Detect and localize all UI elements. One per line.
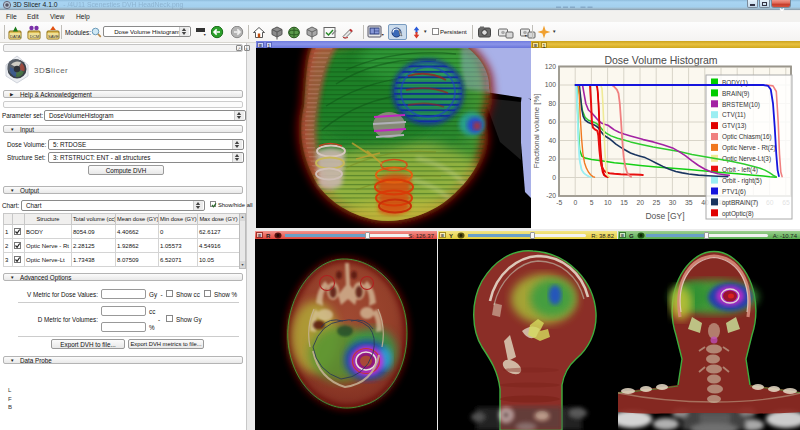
svg-text:15: 15 xyxy=(620,199,628,206)
svg-text:20: 20 xyxy=(548,155,556,162)
svg-text:60: 60 xyxy=(548,118,556,125)
svg-text:optBRAIN(7): optBRAIN(7) xyxy=(722,199,758,207)
svg-text:-20: -20 xyxy=(546,192,556,199)
svg-text:-5: -5 xyxy=(556,199,562,206)
svg-text:DCM: DCM xyxy=(30,34,40,39)
svg-text:Optic Nerve-Lt(3): Optic Nerve-Lt(3) xyxy=(722,155,771,163)
svg-text:PTV1(6): PTV1(6) xyxy=(722,188,746,196)
svg-text:Optic Nerve - Rt(2): Optic Nerve - Rt(2) xyxy=(722,144,776,152)
svg-text:CTV(11): CTV(11) xyxy=(722,111,746,119)
svg-text:GTV(13): GTV(13) xyxy=(722,122,747,130)
svg-text:10: 10 xyxy=(604,199,612,206)
svg-text:Fractional volume [%]: Fractional volume [%] xyxy=(532,94,541,169)
svg-text:25: 25 xyxy=(653,199,661,206)
svg-text:20: 20 xyxy=(636,199,644,206)
svg-text:SAVE: SAVE xyxy=(48,34,59,39)
svg-text:0: 0 xyxy=(574,199,578,206)
svg-text:0: 0 xyxy=(552,174,556,181)
svg-text:5: 5 xyxy=(590,199,594,206)
svg-text:80: 80 xyxy=(548,100,556,107)
svg-text:Dose Volume Histogram: Dose Volume Histogram xyxy=(604,54,717,66)
svg-text:Optic Chiasm(16): Optic Chiasm(16) xyxy=(722,133,772,141)
svg-text:100: 100 xyxy=(545,81,557,88)
svg-text:Orbit - right(5): Orbit - right(5) xyxy=(722,177,762,185)
svg-text:120: 120 xyxy=(545,63,557,70)
svg-text:optOptic(8): optOptic(8) xyxy=(722,210,754,218)
svg-text:30: 30 xyxy=(669,199,677,206)
svg-text:BRAIN(9): BRAIN(9) xyxy=(722,90,749,98)
svg-text:DATA: DATA xyxy=(10,34,21,39)
svg-text:Dose [GY]: Dose [GY] xyxy=(645,211,684,221)
svg-text:BRSTEM(10): BRSTEM(10) xyxy=(722,101,760,109)
svg-text:3DSlicer: 3DSlicer xyxy=(34,66,68,75)
svg-text:40: 40 xyxy=(548,137,556,144)
svg-text:35: 35 xyxy=(685,199,693,206)
